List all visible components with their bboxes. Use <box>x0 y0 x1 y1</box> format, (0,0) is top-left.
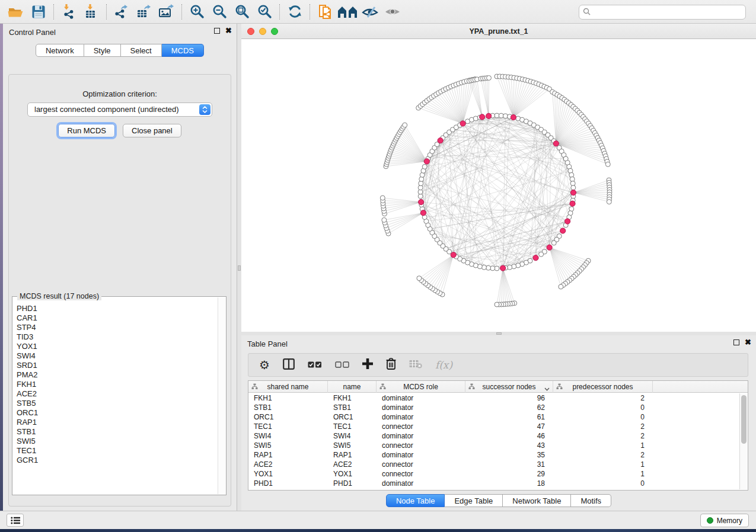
column-header-MCDS-role[interactable]: MCDS role <box>377 381 465 393</box>
tab-select[interactable]: Select <box>121 44 162 57</box>
import-table-icon <box>83 4 100 20</box>
open-session-button[interactable] <box>5 2 27 21</box>
mcds-node-item[interactable]: FKH1 <box>17 380 217 389</box>
task-history-button[interactable] <box>7 514 24 527</box>
import-network-button[interactable] <box>58 2 80 21</box>
table-panel: Table Panel ✖ ⚙f(x) shared namenameMCDS … <box>241 335 756 511</box>
zoom-fit-button[interactable] <box>231 2 253 21</box>
mcds-node-item[interactable]: YOX1 <box>17 342 217 351</box>
mcds-node-item[interactable]: STP4 <box>17 323 217 332</box>
table-row[interactable]: SWI5SWI5connector431 <box>248 441 739 450</box>
column-header-predecessor-nodes[interactable]: predecessor nodes <box>553 381 653 393</box>
minimize-window-icon[interactable] <box>259 28 266 35</box>
column-header-name[interactable]: name <box>328 381 377 393</box>
tab-network[interactable]: Network <box>36 44 84 57</box>
export-image-button[interactable] <box>155 2 178 21</box>
mcds-node-item[interactable]: SWI5 <box>17 437 217 446</box>
maximize-window-icon[interactable] <box>271 28 278 35</box>
export-table-button[interactable] <box>133 2 155 21</box>
mcds-node-item[interactable]: GCR1 <box>17 456 217 465</box>
mcds-node-item[interactable]: ACE2 <box>17 389 217 399</box>
close-panel-button[interactable]: Close panel <box>123 124 181 137</box>
binoculars-icon <box>337 5 358 19</box>
mcds-result-list[interactable]: PHD1CAR1STP4TID3YOX1SWI4SRD1PMA2FKH1ACE2… <box>13 300 217 494</box>
import-table-button[interactable] <box>80 2 103 21</box>
select-all-rows-button[interactable] <box>308 360 322 370</box>
table-scrollbar[interactable] <box>739 393 748 489</box>
column-header-shared-name[interactable]: shared name <box>248 381 328 393</box>
tab-motifs[interactable]: Motifs <box>571 494 611 507</box>
table-row[interactable]: SWI4SWI4dominator462 <box>248 431 739 441</box>
mcds-node-item[interactable]: STB1 <box>17 427 217 437</box>
zoom-out-button[interactable] <box>208 2 231 21</box>
checks-off-icon <box>335 360 349 370</box>
grid-x-icon <box>409 360 422 371</box>
float-panel-icon[interactable] <box>214 28 220 34</box>
network-canvas[interactable] <box>241 39 756 331</box>
mcds-node-item[interactable]: SRD1 <box>17 361 217 370</box>
table-panel-title: Table Panel <box>247 339 288 348</box>
cell-MCDS-role: dominator <box>377 451 465 459</box>
cell-successor-nodes: 46 <box>465 432 553 440</box>
cell-name: FKH1 <box>328 394 377 402</box>
cell-name: PHD1 <box>328 479 377 488</box>
mcds-node-item[interactable]: PHD1 <box>17 304 217 313</box>
table-row[interactable]: PHD1PHD1dominator180 <box>248 479 739 488</box>
cell-MCDS-role: dominator <box>377 394 465 402</box>
criterion-select[interactable]: largest connected component (undirected) <box>27 102 212 117</box>
tab-network-table[interactable]: Network Table <box>503 494 571 507</box>
tab-style[interactable]: Style <box>84 44 121 57</box>
show-columns-button[interactable] <box>283 358 295 372</box>
tab-mcds[interactable]: MCDS <box>162 44 204 57</box>
network-graph[interactable] <box>241 39 756 331</box>
run-mcds-button[interactable]: Run MCDS <box>58 124 115 137</box>
table-row[interactable]: ORC1ORC1dominator610 <box>248 412 739 422</box>
cell-MCDS-role: dominator <box>377 413 465 421</box>
tab-node-table[interactable]: Node Table <box>386 494 445 507</box>
table-row[interactable]: TEC1TEC1connector472 <box>248 422 739 431</box>
close-table-panel-icon[interactable]: ✖ <box>745 339 751 345</box>
save-session-button[interactable] <box>27 2 50 21</box>
mcds-node-item[interactable]: TEC1 <box>17 446 217 456</box>
vertical-splitter[interactable] <box>237 24 241 511</box>
deselect-all-rows-button[interactable] <box>335 360 349 370</box>
table-row[interactable]: FKH1FKH1dominator962 <box>248 393 739 403</box>
refresh-button[interactable] <box>283 2 306 21</box>
column-header-successor-nodes[interactable]: successor nodes <box>465 381 553 393</box>
create-column-button[interactable] <box>362 358 373 371</box>
cell-MCDS-role: connector <box>377 470 465 478</box>
export-network-button[interactable] <box>110 2 133 21</box>
sort-chevron-icon <box>544 384 550 393</box>
duplicate-network-button[interactable] <box>314 2 336 21</box>
search-input[interactable] <box>579 5 746 20</box>
close-panel-icon[interactable]: ✖ <box>225 28 232 34</box>
first-neighbors-button[interactable] <box>336 2 359 21</box>
cell-MCDS-role: connector <box>377 422 465 431</box>
show-all-button <box>381 2 404 21</box>
tab-edge-table[interactable]: Edge Table <box>445 494 503 507</box>
zoom-in-icon <box>189 4 205 20</box>
table-row[interactable]: YOX1YOX1connector291 <box>248 469 739 479</box>
mcds-node-item[interactable]: TID3 <box>17 332 217 342</box>
mcds-node-item[interactable]: RAP1 <box>17 418 217 427</box>
delete-columns-button[interactable] <box>386 358 396 372</box>
memory-button[interactable]: Memory <box>700 514 749 527</box>
mcds-list-scrollbar[interactable] <box>218 297 225 494</box>
desktop-background <box>0 529 756 532</box>
close-window-icon[interactable] <box>247 28 254 35</box>
hide-selected-button[interactable] <box>359 2 381 21</box>
zoom-in-button[interactable] <box>186 2 208 21</box>
table-row[interactable]: RAP1RAP1dominator352 <box>248 450 739 460</box>
float-table-panel-icon[interactable] <box>733 339 739 345</box>
table-mode-button[interactable]: ⚙ <box>259 359 270 371</box>
mcds-node-item[interactable]: STB5 <box>17 399 217 408</box>
cell-predecessor-nodes: 1 <box>553 470 653 478</box>
zoom-selected-button[interactable] <box>253 2 276 21</box>
mcds-node-item[interactable]: SWI4 <box>17 351 217 361</box>
table-row[interactable]: ACE2ACE2connector311 <box>248 460 739 469</box>
table-row[interactable]: STB1STB1dominator620 <box>248 403 739 412</box>
mcds-node-item[interactable]: ORC1 <box>17 408 217 418</box>
table-toolbar: ⚙f(x) <box>248 353 748 377</box>
mcds-node-item[interactable]: PMA2 <box>17 370 217 380</box>
mcds-node-item[interactable]: CAR1 <box>17 313 217 323</box>
